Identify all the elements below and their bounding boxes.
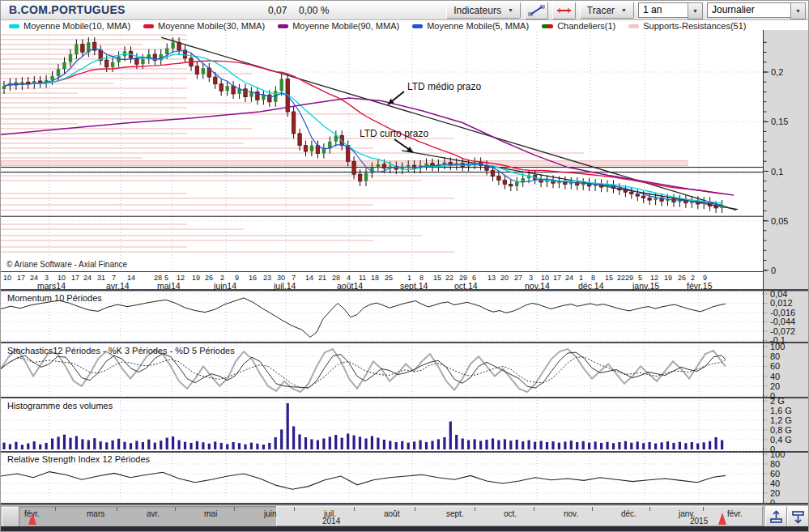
volume-bar (383, 440, 385, 449)
day-tick-label: 26 (678, 274, 686, 282)
volume-bar (135, 441, 138, 450)
volume-bar (371, 436, 373, 450)
scrollbar-tick (294, 507, 295, 511)
volume-bar (117, 439, 120, 449)
trendline-annotation: LTD médio prazo (407, 81, 481, 92)
scrollbar-tick (175, 507, 176, 511)
volume-bar (377, 438, 379, 449)
candle-down (642, 196, 645, 198)
candle-down (714, 206, 717, 208)
volume-bar (600, 443, 602, 449)
candle-down (358, 174, 361, 181)
volume-bar (564, 441, 566, 449)
scrollbar-month-label: nov. (564, 509, 578, 518)
day-tick-label: 15 (605, 274, 613, 282)
volume-bar (443, 437, 445, 449)
volume-bar (462, 439, 464, 450)
candle-up (69, 54, 72, 62)
volume-bar (105, 442, 108, 449)
volume-bar (353, 436, 356, 449)
volume-bar (534, 442, 536, 449)
scrollbar-tick (592, 507, 593, 511)
volume-bar (238, 443, 241, 449)
axis-label: 0,1 (771, 167, 783, 177)
range-handle[interactable] (718, 513, 726, 525)
volume-bar (467, 440, 470, 449)
volume-bar (582, 441, 585, 449)
volume-bar (618, 442, 620, 449)
day-tick-label: 16 (249, 274, 257, 282)
candle-up (720, 205, 723, 208)
day-tick-label: 20 (500, 274, 509, 282)
zoom-in-button[interactable] (765, 506, 787, 527)
volume-bar (160, 440, 162, 449)
volume-bar (81, 439, 83, 449)
volume-bar (57, 436, 60, 449)
day-tick-label: 10 (3, 274, 11, 282)
volume-bar (33, 441, 36, 449)
volume-bar (679, 442, 681, 449)
volume-bar (492, 439, 494, 450)
day-tick-label: 25 (385, 274, 393, 282)
volume-bar (154, 443, 156, 449)
volume-bar (184, 442, 186, 449)
month-tick-label: avr.14 (106, 281, 130, 291)
rsi-panel-title: Relative Strength Index 12 Périodes (7, 454, 150, 464)
volume-bar (298, 434, 300, 449)
volume-bar (2, 443, 5, 449)
candle-down (244, 89, 247, 97)
volume-bar (474, 439, 476, 449)
volume-bar (341, 438, 343, 449)
collapse-down-icon (791, 510, 805, 524)
volume-bar (395, 442, 398, 449)
volume-bar (606, 442, 608, 449)
volume-bar (558, 443, 560, 449)
bottom-status-strip (1, 526, 809, 532)
trendline-annotation: LTD curto prazo (360, 128, 428, 139)
candle-up (262, 95, 265, 100)
candle-down (618, 188, 621, 189)
rsi-line (1, 472, 726, 490)
range-handle[interactable] (28, 513, 36, 525)
candle-down (630, 192, 633, 194)
volume-bar (21, 445, 23, 449)
volume-bar (166, 438, 168, 449)
volume-bar (39, 445, 41, 449)
axis-label: 1,6 G (770, 406, 792, 415)
volume-bar (425, 442, 428, 449)
volume-bar (516, 440, 518, 449)
zoom-out-button[interactable] (787, 506, 809, 527)
candle-down (636, 194, 639, 196)
volume-bar (570, 440, 573, 449)
candle-down (648, 198, 651, 201)
volume-bar (262, 445, 265, 449)
volume-bar (509, 440, 512, 449)
candle-up (165, 49, 168, 54)
volume-bar (551, 441, 554, 449)
day-tick-label: 22 (617, 274, 625, 282)
volume-bar (280, 429, 283, 449)
day-tick-label: 13 (488, 274, 496, 282)
volume-bar (504, 439, 506, 449)
volume-bar (232, 442, 235, 449)
scrollbar-month-label: févr. (727, 509, 743, 518)
volume-bar (275, 437, 277, 449)
scrollbar-year-label: 2015 (690, 517, 708, 526)
month-tick-label: déc.14 (578, 281, 604, 291)
volume-bar (624, 441, 627, 449)
axis-label: 20 (770, 381, 780, 391)
day-tick-label: 17 (71, 274, 79, 282)
candle-down (509, 184, 513, 185)
candle-down (382, 164, 385, 168)
resistance-band (1, 161, 688, 166)
axis-label: 0,8 G (770, 425, 792, 435)
axis-label: 0,4 G (770, 435, 792, 445)
day-tick-label: 19 (192, 274, 200, 282)
candle-up (202, 68, 205, 74)
volume-bar (691, 442, 693, 449)
axis-label: -0,072 (770, 326, 795, 336)
time-range-scrollbar[interactable]: févr.marsavr.maijuinjuil.aoûtsept.oct.no… (1, 504, 809, 526)
axis-label: 100 (770, 342, 785, 351)
candle-down (219, 84, 223, 92)
scrollbar-corner-button[interactable] (2, 507, 19, 527)
